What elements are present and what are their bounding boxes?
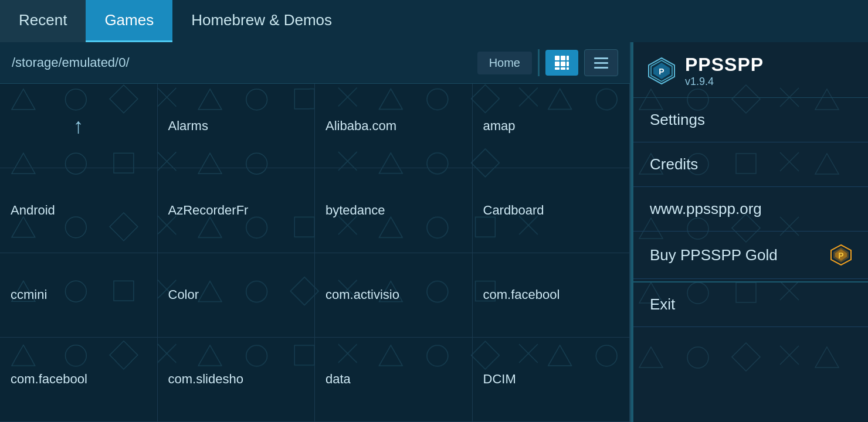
file-cell[interactable]: com.slidesho: [158, 338, 316, 422]
file-label: com.facebool: [483, 287, 560, 302]
file-cell[interactable]: amap: [473, 84, 630, 168]
exit-label: Exit: [650, 295, 675, 314]
tab-homebrew[interactable]: Homebrew & Demos: [172, 0, 351, 42]
settings-label: Settings: [650, 111, 705, 129]
file-panel: /storage/emulated/0/ Home: [0, 42, 631, 422]
menu-item-buy-gold[interactable]: Buy PPSSPP Gold P: [633, 232, 868, 279]
path-text: /storage/emulated/0/: [12, 55, 466, 70]
file-cell[interactable]: Color: [158, 253, 316, 338]
buy-gold-label: Buy PPSSPP Gold: [650, 246, 778, 264]
tab-games[interactable]: Games: [86, 0, 172, 42]
menu-item-exit[interactable]: Exit: [633, 281, 868, 327]
file-cell-up[interactable]: ↑: [0, 84, 158, 168]
file-cell[interactable]: DCIM: [473, 338, 630, 422]
file-cell[interactable]: com.facebool: [0, 338, 158, 422]
ppsspp-title-block: PPSSPP v1.9.4: [685, 54, 764, 88]
ppsspp-gold-icon: P: [830, 244, 852, 266]
header-tabs: Recent Games Homebrew & Demos: [0, 0, 868, 42]
svg-rect-88: [567, 56, 569, 60]
website-label: www.ppsspp.org: [650, 200, 762, 218]
file-label: data: [326, 372, 351, 387]
svg-rect-87: [561, 56, 565, 60]
file-label: Alarms: [168, 118, 208, 134]
file-cell[interactable]: com.facebool: [473, 253, 630, 338]
main-content: /storage/emulated/0/ Home: [0, 42, 868, 422]
menu-item-settings[interactable]: Settings: [633, 98, 868, 142]
panel-divider: [631, 42, 633, 422]
file-label: com.facebool: [11, 372, 87, 387]
file-cell[interactable]: AzRecorderFr: [158, 168, 316, 253]
path-bar: /storage/emulated/0/ Home: [0, 42, 630, 84]
list-icon: [593, 55, 609, 71]
file-cell[interactable]: Alarms: [158, 84, 316, 168]
file-cell[interactable]: Android: [0, 168, 158, 253]
svg-rect-86: [555, 56, 560, 60]
list-view-button[interactable]: [584, 49, 618, 76]
file-label: ccmini: [11, 287, 47, 302]
sidebar-menu: Settings Credits www.ppsspp.org Buy PPSS…: [633, 98, 868, 422]
file-label: Android: [11, 203, 55, 218]
svg-rect-97: [594, 67, 608, 69]
grid-icon: [554, 55, 570, 71]
file-label: AzRecorderFr: [168, 203, 249, 218]
up-arrow-icon: ↑: [73, 114, 84, 138]
file-cell[interactable]: Cardboard: [473, 168, 630, 253]
file-label: Alibaba.com: [326, 118, 396, 134]
svg-text:P: P: [659, 67, 664, 76]
divider: [538, 49, 540, 76]
file-label: Color: [168, 287, 199, 302]
ppsspp-header: P PPSSPP v1.9.4: [633, 42, 868, 98]
file-label: com.slidesho: [168, 372, 243, 387]
svg-rect-91: [567, 62, 569, 66]
file-label: bytedance: [326, 203, 385, 218]
path-controls: Home: [477, 49, 618, 76]
svg-rect-92: [555, 67, 560, 70]
file-cell[interactable]: com.activisio: [315, 253, 473, 338]
file-label: DCIM: [483, 372, 516, 387]
file-label: Cardboard: [483, 203, 544, 218]
file-cell[interactable]: bytedance: [315, 168, 473, 253]
home-button[interactable]: Home: [477, 52, 532, 74]
svg-rect-94: [567, 67, 569, 70]
ppsspp-title: PPSSPP: [685, 54, 764, 76]
file-cell[interactable]: Alibaba.com: [315, 84, 473, 168]
menu-item-credits[interactable]: Credits: [633, 142, 868, 187]
file-label: amap: [483, 118, 516, 134]
file-label: com.activisio: [326, 287, 399, 302]
file-cell[interactable]: ccmini: [0, 253, 158, 338]
ppsspp-logo-icon: P: [647, 57, 676, 85]
svg-rect-93: [561, 67, 565, 70]
svg-rect-90: [561, 62, 565, 66]
grid-view-button[interactable]: [545, 50, 578, 76]
menu-item-website[interactable]: www.ppsspp.org: [633, 187, 868, 232]
svg-rect-96: [594, 62, 608, 64]
svg-rect-95: [594, 57, 608, 59]
svg-rect-89: [555, 62, 560, 66]
file-cell[interactable]: data: [315, 338, 473, 422]
ppsspp-version: v1.9.4: [685, 76, 764, 88]
file-grid: ↑ Alarms Alibaba.com amap Android AzReco…: [0, 84, 630, 422]
credits-label: Credits: [650, 155, 698, 173]
sidebar: P PPSSPP v1.9.4 Settings Credits www.pps…: [633, 42, 868, 422]
tab-recent[interactable]: Recent: [0, 0, 86, 42]
svg-text:P: P: [838, 251, 843, 260]
